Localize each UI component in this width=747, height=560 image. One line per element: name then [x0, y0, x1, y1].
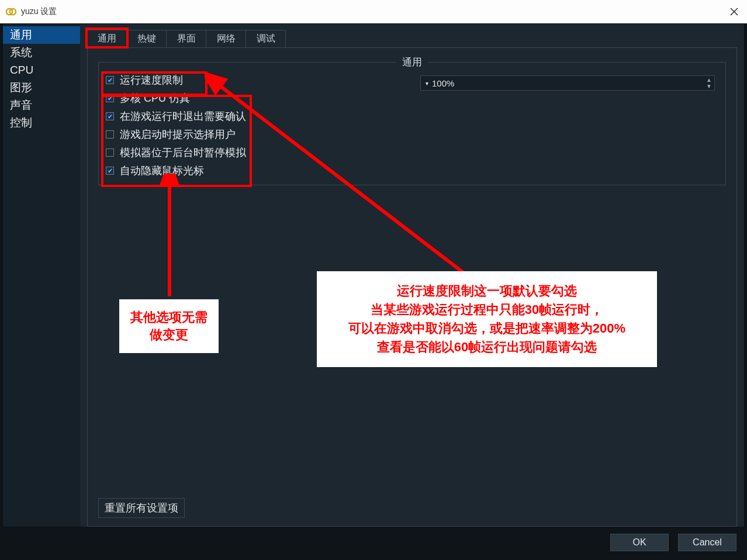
speed-limit-combo[interactable]: ▾ 100% ▲▼ [420, 75, 715, 91]
tabs: 通用 热键 界面 网络 调试 [87, 30, 737, 47]
annotation-arrow-2 [152, 174, 187, 302]
reset-all-button[interactable]: 重置所有设置项 [98, 498, 185, 518]
titlebar: yuzu 设置 [0, 0, 747, 23]
checkbox-icon: ✔ [106, 94, 114, 102]
close-icon[interactable] [729, 7, 739, 16]
tab-hotkeys[interactable]: 热键 [127, 30, 167, 47]
footer: OK Cancel [0, 527, 747, 558]
general-fieldset: 通用 ✔运行速度限制 ✔多核 CPU 仿真 ✔在游戏运行时退出需要确认 游戏启动… [98, 62, 726, 185]
fieldset-label: 通用 [396, 56, 428, 69]
opt-pause-background[interactable]: 模拟器位于后台时暂停模拟 [106, 146, 718, 160]
tab-debug[interactable]: 调试 [246, 30, 286, 47]
sidebar-item-controls[interactable]: 控制 [3, 114, 80, 132]
sidebar-item-system[interactable]: 系统 [3, 44, 80, 61]
triangle-left-icon: ▾ [426, 80, 428, 87]
checkbox-icon [106, 148, 114, 157]
tab-ui[interactable]: 界面 [167, 30, 206, 47]
combo-value: 100% [432, 78, 454, 88]
opt-multicore[interactable]: ✔多核 CPU 仿真 [106, 91, 718, 105]
settings-panel: 通用 ✔运行速度限制 ✔多核 CPU 仿真 ✔在游戏运行时退出需要确认 游戏启动… [87, 47, 737, 527]
checkbox-icon: ✔ [106, 167, 114, 175]
sidebar-item-audio[interactable]: 声音 [3, 96, 80, 114]
opt-confirm-exit[interactable]: ✔在游戏运行时退出需要确认 [106, 109, 718, 123]
window-title: yuzu 设置 [21, 6, 57, 17]
tab-network[interactable]: 网络 [206, 30, 246, 47]
content-area: 通用 热键 界面 网络 调试 通用 ✔运行速度限制 ✔多核 CPU 仿真 ✔在游… [80, 24, 744, 527]
tab-general[interactable]: 通用 [87, 30, 127, 47]
chevron-down-icon: ▲▼ [706, 77, 712, 89]
annotation-callout-2: 运行速度限制这一项默认要勾选 当某些游戏运行过程中只能30帧运行时， 可以在游戏… [317, 271, 657, 367]
ok-button[interactable]: OK [610, 534, 669, 551]
sidebar-item-general[interactable]: 通用 [3, 26, 80, 44]
annotation-callout-1: 其他选项无需 做变更 [119, 299, 219, 353]
main-area: 通用 系统 CPU 图形 声音 控制 通用 热键 界面 网络 调试 通用 ✔运行… [2, 23, 745, 527]
opt-prompt-user[interactable]: 游戏启动时提示选择用户 [106, 127, 718, 141]
sidebar: 通用 系统 CPU 图形 声音 控制 [3, 24, 80, 527]
checkbox-icon: ✔ [106, 112, 114, 120]
sidebar-item-graphics[interactable]: 图形 [3, 79, 80, 96]
sidebar-item-cpu[interactable]: CPU [3, 61, 80, 79]
cancel-button[interactable]: Cancel [678, 534, 736, 551]
app-logo-icon [6, 6, 16, 17]
opt-hide-cursor[interactable]: ✔自动隐藏鼠标光标 [106, 164, 718, 178]
checkbox-icon [106, 130, 114, 139]
checkbox-icon: ✔ [106, 76, 114, 84]
